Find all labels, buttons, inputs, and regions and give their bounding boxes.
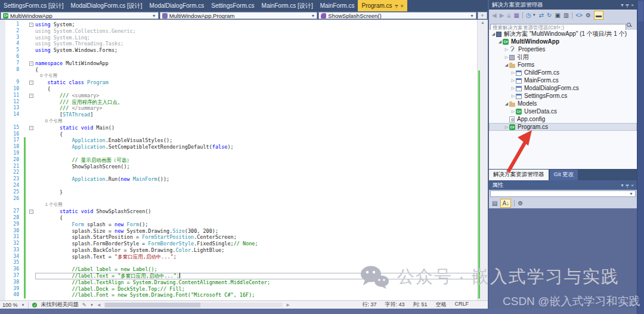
health-check-icon[interactable]: ✓ — [32, 303, 37, 307]
project-dropdown[interactable]: MultiWindowApp ▼ — [1, 12, 159, 19]
collapse-icon[interactable]: - — [29, 81, 33, 85]
code-line[interactable]: 32 splash.FormBorderStyle = FormBorderSt… — [0, 241, 477, 247]
tree-item[interactable]: App.config — [489, 115, 637, 123]
tree-item[interactable]: ▷ChildForm.cs — [489, 69, 637, 76]
expander-open-icon[interactable]: ◢ — [504, 63, 509, 67]
collapse-icon[interactable]: - — [29, 94, 33, 98]
code-line[interactable]: 26 — [0, 196, 477, 202]
view-code-icon[interactable]: <> — [575, 11, 583, 19]
autohide-tab[interactable] — [638, 1, 643, 21]
properties-object-dropdown[interactable]: ▼ — [489, 190, 637, 198]
tab-Program.cs[interactable]: Program.cs┯× — [358, 0, 407, 11]
code-line[interactable]: 8{ — [0, 67, 477, 73]
code-line[interactable]: 14 [STAThread] — [0, 112, 477, 118]
collapse-icon[interactable]: - — [29, 23, 33, 27]
expander-open-icon[interactable]: ◢ — [491, 32, 496, 36]
code-line[interactable]: 17 Application.EnableVisualStyles(); — [0, 137, 477, 144]
code-line[interactable]: 40 //label.Font = new System.Drawing.Fon… — [0, 292, 477, 298]
window-menu-icon[interactable]: ▾ — [621, 2, 623, 8]
code-line[interactable]: 5using System.Windows.Forms; — [0, 47, 477, 54]
tree-item[interactable]: ▷UserData.cs — [489, 107, 637, 115]
pen-icon[interactable]: ✎ — [82, 302, 86, 308]
code-line[interactable]: 36 //Label label = new Label(); — [0, 266, 477, 273]
code-editor[interactable]: 1-using System;2using System.Collections… — [0, 20, 477, 300]
tree-item[interactable]: ◢Models — [489, 100, 637, 107]
code-line[interactable]: 22 — [0, 170, 477, 176]
tree-item[interactable]: ◢Forms — [489, 61, 637, 69]
tab-MainForm.cs[interactable]: MainForm.cs — [317, 0, 358, 11]
code-line[interactable]: 34 splash.Text = "多窗口应用,启动中..."; — [0, 254, 477, 260]
tab-SettingsForm.cs[interactable]: SettingsForm.cs [设计] — [0, 0, 67, 11]
code-line[interactable]: 21 ShowSplashScreen(); — [0, 164, 477, 170]
chevron-down-icon[interactable]: ▼ — [532, 13, 536, 17]
panel-tab-solution-explorer[interactable]: 解决方案资源管理器 — [489, 170, 549, 180]
show-all-files-icon[interactable]: ▥ — [564, 11, 569, 19]
code-line[interactable]: 11- /// <summary> — [0, 93, 477, 99]
horizontal-scrollbar[interactable] — [104, 303, 283, 307]
vertical-scrollbar[interactable]: ▲ — [477, 20, 488, 300]
split-editor-handle[interactable]: ÷ — [478, 12, 487, 19]
code-line[interactable]: 24 — [0, 183, 477, 189]
chevron-down-icon[interactable]: ▼ — [90, 303, 94, 307]
tree-item[interactable]: ▷Program.cs — [489, 123, 637, 131]
categorized-icon[interactable]: ▤ — [492, 199, 497, 207]
code-line[interactable]: 2using System.Collections.Generic; — [0, 28, 477, 35]
tree-item[interactable]: ▷ModalDialogForm.cs — [489, 84, 637, 92]
collapse-icon[interactable]: - — [29, 210, 33, 214]
scrollbar-thumb[interactable] — [105, 303, 200, 307]
home-icon[interactable]: ⌂ — [507, 11, 510, 19]
code-line[interactable]: 3using System.Linq; — [0, 35, 477, 41]
panel-tab-git-changes[interactable]: Git 更改 — [550, 170, 578, 180]
search-icon[interactable] — [627, 23, 631, 27]
tree-item[interactable]: ▷SettingsForm.cs — [489, 92, 637, 100]
pin-icon[interactable]: ┯ — [626, 183, 629, 188]
code-line[interactable]: 28 { — [0, 215, 477, 221]
code-line[interactable]: 30 splash.Size = new System.Drawing.Size… — [0, 228, 477, 235]
code-line[interactable]: 16 { — [0, 131, 477, 138]
code-line[interactable]: 27- static void ShowSplashScreen() — [0, 208, 477, 215]
code-line[interactable]: 9- static class Program — [0, 79, 477, 86]
code-line[interactable]: 10 { — [0, 86, 477, 93]
close-icon[interactable]: × — [631, 183, 634, 188]
code-line[interactable]: 13 /// </summary> — [0, 105, 477, 112]
collapse-icon[interactable]: - — [29, 126, 33, 130]
code-line[interactable]: 18 Application.SetCompatibleTextRenderin… — [0, 144, 477, 150]
expander-closed-icon[interactable]: ▷ — [510, 94, 516, 98]
code-line[interactable]: 1-using System; — [0, 21, 477, 28]
switch-views-icon[interactable]: ▦ — [513, 11, 519, 19]
sync-selection-icon[interactable]: ⇄ — [539, 11, 544, 19]
nest-files-icon[interactable]: ▣ — [555, 11, 560, 19]
code-line[interactable]: 4using System.Threading.Tasks; — [0, 41, 477, 47]
code-line[interactable]: 38 //label.TextAlign = System.Drawing.Co… — [0, 279, 477, 286]
refresh-icon[interactable]: ↻ — [547, 11, 552, 19]
scroll-right-icon[interactable]: ▶ — [286, 303, 289, 307]
forward-icon[interactable]: ▶ — [500, 11, 504, 19]
tree-item[interactable]: ▷MainForm.cs — [489, 76, 637, 84]
expander-closed-icon[interactable]: ▷ — [510, 70, 516, 75]
code-line[interactable]: 37 //label.Text = "多窗口应用,启动中..."; — [0, 273, 477, 279]
expander-closed-icon[interactable]: ▷ — [504, 125, 509, 130]
pin-icon[interactable]: ┯ — [395, 3, 398, 8]
code-line[interactable]: 29 Form splash = new Form(); — [0, 221, 477, 228]
tab-ModalDialogForm.cs[interactable]: ModalDialogForm.cs [设计] — [67, 0, 146, 11]
code-line[interactable]: 23 Application.Run(new MainForm()); — [0, 176, 477, 183]
zoom-level[interactable]: 100 % — [2, 302, 18, 308]
close-icon[interactable]: × — [631, 2, 634, 8]
scroll-up-icon[interactable]: ▲ — [478, 20, 488, 26]
code-line[interactable]: 19 — [0, 150, 477, 157]
alphabetical-icon[interactable]: A↓ — [500, 199, 511, 208]
code-line[interactable]: 25 } — [0, 189, 477, 196]
expander-open-icon[interactable]: ◢ — [504, 101, 509, 106]
window-menu-icon[interactable]: ▾ — [621, 183, 623, 188]
properties-icon[interactable]: ⚙ — [586, 11, 591, 19]
code-line[interactable]: 6 — [0, 54, 477, 60]
tab-ModalDialogForm.cs[interactable]: ModalDialogForm.cs — [146, 0, 208, 11]
code-line[interactable]: 39 //label.Dock = DockStyle.Top;// Fill; — [0, 286, 477, 293]
tree-item[interactable]: ▷引用 — [489, 53, 637, 61]
pin-icon[interactable]: ┯ — [626, 2, 629, 8]
back-icon[interactable]: ◀ — [492, 11, 497, 19]
tree-item[interactable]: ▷Properties — [489, 45, 637, 53]
code-line[interactable]: 35 — [0, 260, 477, 266]
chevron-down-icon[interactable]: ▼ — [21, 303, 25, 307]
close-icon[interactable]: × — [400, 3, 403, 9]
